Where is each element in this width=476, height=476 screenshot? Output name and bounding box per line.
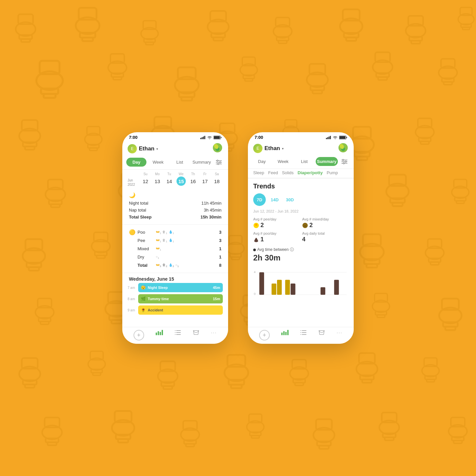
svg-rect-9 — [214, 136, 220, 139]
add-button-left[interactable]: + — [134, 330, 144, 340]
tab-summary-left[interactable]: Summary — [191, 158, 212, 167]
accident-label: Accident — [148, 308, 163, 312]
svg-rect-58 — [272, 284, 276, 295]
stats-grid: Avg # pee/day 2 Avg # mixed/day — [253, 217, 348, 243]
bottom-nav-right: + — [248, 327, 354, 344]
nav-chart-left[interactable] — [156, 330, 163, 340]
period-buttons: 7D 14D 30D — [253, 193, 348, 206]
user-info-right[interactable]: E Ethan ▾ — [253, 144, 284, 153]
period-7d[interactable]: 7D — [253, 193, 266, 206]
svg-rect-64 — [281, 333, 283, 335]
month-label: Jun2022 — [128, 178, 139, 187]
svg-rect-26 — [176, 334, 181, 335]
svg-rect-28 — [175, 332, 176, 333]
tab-week-right[interactable]: Week — [273, 157, 293, 166]
svg-point-1 — [2, 6, 15, 15]
svg-rect-69 — [302, 332, 306, 333]
svg-rect-7 — [204, 136, 205, 139]
svg-rect-22 — [160, 332, 161, 335]
trends-title: Trends — [253, 182, 348, 190]
status-icons-left — [200, 136, 221, 139]
tummy-icon: 🌿 — [141, 297, 146, 301]
phone-left: 7:00 — [122, 132, 228, 344]
category-tabs: Sleep Feed Solids Diaper/potty Pump — [248, 169, 354, 178]
user-info-left[interactable]: E Ethan ▾ — [128, 144, 158, 153]
nav-diaper-left[interactable] — [193, 330, 199, 340]
cat-feed[interactable]: Feed — [268, 170, 278, 178]
svg-rect-24 — [176, 330, 181, 331]
filter-icon-right[interactable] — [339, 157, 350, 166]
signal-icon-right — [326, 136, 331, 139]
poo-icon: 🟡 — [129, 229, 136, 235]
time-left: 7:00 — [129, 135, 138, 140]
day-fr: Fr 17 — [200, 172, 210, 186]
day-sa: Sa 18 — [212, 172, 221, 186]
svg-rect-71 — [300, 330, 301, 331]
svg-rect-57 — [259, 272, 264, 295]
svg-rect-70 — [302, 334, 306, 335]
nav-more-left[interactable]: ··· — [211, 330, 217, 340]
moon-icon: 🌙 — [129, 192, 136, 198]
tab-list-right[interactable]: List — [295, 157, 314, 166]
period-30d[interactable]: 30D — [284, 193, 296, 206]
header-right: E Ethan ▾ — [248, 141, 354, 157]
day-tu: Tu 14 — [165, 172, 174, 186]
svg-rect-32 — [329, 137, 330, 139]
nap-total-value: 3h 45min — [204, 208, 221, 213]
tab-day-left[interactable]: Day — [126, 158, 146, 167]
header-left: E Ethan ▾ — [122, 141, 228, 158]
time-right: 7:00 — [255, 135, 263, 140]
tab-bar-left: Day Week List Summary — [122, 158, 228, 170]
nap-total-label: Nap total — [129, 208, 146, 213]
user-name-right: Ethan — [264, 145, 280, 152]
svg-rect-5 — [202, 137, 203, 139]
cat-solids[interactable]: Solids — [282, 170, 294, 178]
tab-list-left[interactable]: List — [170, 158, 190, 167]
svg-point-52 — [256, 238, 257, 239]
avatar-left: E — [128, 144, 137, 153]
timeline-tummy: 8 am 🌿 Tummy time 15m — [128, 294, 223, 303]
phone-right-content: Trends 7D 14D 30D Jun 12, 2022 - Jun 18,… — [248, 178, 354, 327]
chevron-down-icon-right: ▾ — [282, 147, 284, 150]
svg-rect-20 — [156, 333, 157, 335]
status-bar-right: 7:00 — [248, 132, 354, 141]
svg-rect-23 — [162, 330, 163, 335]
sleep-icon: 😴 — [141, 285, 146, 290]
svg-rect-68 — [302, 330, 306, 331]
nav-more-right[interactable]: ··· — [337, 330, 342, 340]
cat-pump[interactable]: Pump — [327, 170, 338, 178]
svg-rect-30 — [326, 138, 327, 139]
tab-summary-right[interactable]: Summary — [316, 157, 338, 166]
nav-diaper-right[interactable] — [318, 330, 325, 340]
svg-rect-2 — [4, 15, 13, 17]
svg-rect-62 — [321, 287, 325, 295]
svg-rect-10 — [221, 137, 221, 138]
total-sleep-row: Total Sleep 15h 30min — [129, 214, 221, 220]
day-we[interactable]: We 15 — [177, 172, 186, 186]
svg-rect-60 — [285, 280, 290, 295]
tab-day-right[interactable]: Day — [252, 157, 272, 166]
svg-point-18 — [219, 162, 221, 163]
svg-rect-3 — [5, 17, 11, 19]
diaper-poo-row: 🟡 Poo 👐1 🗑1 💧1 3 — [129, 228, 221, 236]
cat-diaper[interactable]: Diaper/potty — [298, 170, 323, 178]
tab-week-left[interactable]: Week — [148, 158, 168, 167]
chart-area: 4 0 — [253, 266, 348, 306]
filter-icon-left[interactable] — [214, 158, 224, 167]
stat-mixed: Avg # mixed/day 2 — [302, 217, 348, 229]
add-button-right[interactable]: + — [259, 330, 270, 340]
diaper-section: 🟡 Poo 👐1 🗑1 💧1 3 🟡 Pee 👐1 🗑1 — [122, 225, 228, 273]
tab-bar-right: Day Week List Summary — [248, 157, 354, 169]
phone-left-content: Jun2022 Su 12 Mo 13 Tu 14 — [122, 170, 228, 327]
nav-list-right[interactable] — [300, 330, 306, 340]
nav-chart-right[interactable] — [281, 330, 289, 340]
timeline-sleep: 7 am 😴 Night Sleep 45m — [128, 283, 223, 292]
stat-daily-total: Avg daily total 4 — [302, 231, 348, 243]
phones-container: 7:00 — [122, 132, 354, 344]
avg-time-value: 2h 30m — [253, 253, 348, 262]
cat-sleep[interactable]: Sleep — [253, 170, 264, 178]
period-14d[interactable]: 14D — [268, 193, 281, 206]
avatar-right: E — [253, 144, 262, 153]
nav-list-left[interactable] — [175, 330, 181, 340]
avg-time-label-text: Avg time between ⓘ — [257, 247, 294, 253]
